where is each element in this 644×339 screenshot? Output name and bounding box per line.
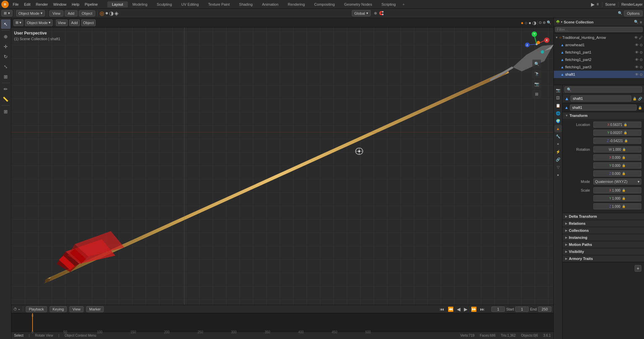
vp-wireframe-icon[interactable]: ○	[525, 20, 527, 25]
tab-scripting[interactable]: Scripting	[377, 1, 400, 7]
visibility-header[interactable]: ▶ Visibility	[562, 248, 644, 255]
arrowhead-eye[interactable]: 👁	[635, 43, 639, 47]
measure-tool[interactable]: 📏	[1, 94, 10, 104]
vp-object[interactable]: Object	[81, 19, 96, 26]
prev-keyframe-btn[interactable]: ⏪	[446, 306, 455, 313]
vp-view[interactable]: View	[56, 19, 68, 26]
tab-animation[interactable]: Animation	[257, 1, 283, 7]
collections-header[interactable]: ▶ Collections	[562, 227, 644, 234]
vp-add[interactable]: Add	[69, 19, 80, 26]
particles-btn[interactable]: ✦	[554, 140, 562, 148]
wireframe-mode[interactable]: ◎	[100, 10, 104, 16]
fletching2-restrict[interactable]: ⊙	[640, 58, 643, 62]
rotation-x-lock[interactable]: 🔒	[622, 156, 626, 159]
gizmo-center-dot[interactable]	[537, 41, 540, 44]
play-reverse-btn[interactable]: ◀	[455, 306, 462, 313]
menu-pipeline[interactable]: Pipeline	[82, 2, 101, 7]
tab-rendering[interactable]: Rendering	[283, 1, 310, 7]
outliner-item-arrowhead[interactable]: ▲ arrowhead1 👁 ⊙	[554, 41, 644, 49]
global-dropdown[interactable]: Global ▾	[352, 10, 371, 16]
vp-snap-toggle[interactable]: 🔍	[547, 20, 551, 25]
rotation-y-field[interactable]: Y 0.000 🔒	[593, 162, 641, 168]
scale-y-field[interactable]: Y 1.000 🔒	[593, 195, 641, 201]
tab-texture-paint[interactable]: Texture Paint	[204, 1, 234, 7]
delta-transform-header[interactable]: ▶ Delta Transform	[562, 213, 644, 220]
rotation-w-field[interactable]: W 1.000 🔒	[593, 146, 641, 152]
outliner-search-input[interactable]	[555, 27, 643, 32]
scale-tool[interactable]: ⤡	[1, 62, 10, 71]
tl-playback-tab[interactable]: Playback	[26, 306, 47, 312]
location-x-lock[interactable]: 🔒	[624, 123, 627, 126]
vp-gizmo-toggle[interactable]: ⊛	[543, 20, 546, 25]
view-btn[interactable]: View	[49, 10, 63, 16]
rotate-tool[interactable]: ↻	[1, 52, 10, 61]
gizmo-teal-dot[interactable]	[541, 50, 544, 54]
relations-header[interactable]: ▶ Relations	[562, 220, 644, 227]
search-btn[interactable]: 🔍	[618, 11, 623, 15]
view-layer-btn[interactable]: 📋	[554, 102, 562, 109]
collection-restrict[interactable]: 🖊	[639, 36, 643, 40]
menu-help[interactable]: Help	[69, 2, 82, 7]
data-props-btn[interactable]: ▽	[554, 163, 562, 171]
location-x-field[interactable]: X 0.56371 🔒	[593, 122, 641, 128]
rotation-mode-select[interactable]: Quaternion (WXYZ) ▾	[593, 179, 641, 185]
add-btn[interactable]: Add	[65, 10, 77, 16]
vp-material-icon[interactable]: ◑	[532, 20, 536, 25]
nav-gizmo[interactable]: X Y Z	[523, 31, 550, 58]
outliner-item-collection[interactable]: ▼ ○ Traditional_Hunting_Arrow 👁 🖊	[554, 34, 644, 41]
vp-dot-icon[interactable]: ●	[521, 20, 524, 25]
fletching1-restrict[interactable]: ⊙	[640, 50, 643, 55]
timeline-editor-dropdown[interactable]: ⏱ ▾	[13, 307, 20, 311]
rotation-w-lock[interactable]: 🔒	[622, 148, 626, 151]
tab-shading[interactable]: Shading	[234, 1, 257, 7]
solid-mode[interactable]: ●	[105, 10, 108, 16]
transform-section-header[interactable]: ▼ Transform	[562, 112, 644, 119]
object-btn[interactable]: Object	[79, 10, 96, 16]
rotation-x-field[interactable]: X 0.000 🔒	[593, 154, 641, 160]
location-y-field[interactable]: Y 0.00207 🔒	[593, 130, 641, 136]
scene-props-btn[interactable]: 🌐	[554, 110, 562, 117]
object-name-input[interactable]	[571, 95, 631, 101]
snap-toggle[interactable]: 🧲	[378, 10, 384, 16]
vp-overlay-toggle[interactable]: ⊙	[539, 20, 542, 25]
props-search-input[interactable]	[565, 86, 642, 92]
tl-view-tab[interactable]: View	[69, 306, 84, 312]
select-tool[interactable]: ↖	[1, 19, 10, 29]
constraints-btn[interactable]: 🔗	[554, 156, 562, 163]
jump-end-btn[interactable]: ⏭	[479, 306, 486, 313]
fletching1-eye[interactable]: 👁	[635, 50, 639, 54]
vp-solid-icon[interactable]: ●	[529, 20, 531, 25]
fletching3-restrict[interactable]: ⊙	[640, 65, 643, 69]
scale-z-field[interactable]: Z 1.000 🔒	[593, 203, 641, 209]
cursor-tool[interactable]: ⊕	[1, 32, 10, 41]
add-object-tool[interactable]: ⊞	[1, 107, 10, 116]
menu-file[interactable]: File	[10, 2, 21, 7]
tab-uv-editing[interactable]: UV Editing	[177, 1, 204, 7]
scale-y-lock[interactable]: 🔒	[622, 197, 626, 200]
menu-edit[interactable]: Edit	[21, 2, 33, 7]
scale-x-field[interactable]: X 1.000 🔒	[593, 187, 641, 193]
current-frame-input[interactable]: 1	[491, 307, 505, 312]
render-mode[interactable]: ◈	[114, 10, 118, 16]
location-z-field[interactable]: Z -0.54221 🔒	[593, 138, 641, 144]
timeline-cursor[interactable]	[32, 313, 33, 332]
play-btn[interactable]: ▶	[591, 2, 595, 7]
menu-render[interactable]: Render	[33, 2, 51, 7]
end-frame-input[interactable]: 250	[538, 307, 551, 312]
editor-type-dropdown[interactable]: ⊞ ▾	[1, 10, 12, 16]
tab-layout[interactable]: Layout	[107, 1, 128, 7]
output-props-btn[interactable]: 🖼	[554, 94, 562, 101]
modifier-props-btn[interactable]: 🔧	[554, 133, 562, 140]
outliner-item-shaft1[interactable]: ▲ shaft1 👁 ⊙	[554, 71, 644, 78]
collection-eye[interactable]: 👁	[634, 36, 638, 40]
tab-sculpting[interactable]: Sculpting	[152, 1, 176, 7]
tab-compositing[interactable]: Compositing	[310, 1, 339, 7]
add-trait-btn[interactable]: +	[635, 265, 641, 272]
next-keyframe-btn[interactable]: ⏩	[470, 306, 478, 313]
fletching3-eye[interactable]: 👁	[635, 65, 639, 69]
outliner-item-fletching2[interactable]: ▲ fletching1_part2 👁 ⊙	[554, 56, 644, 63]
frame-all-btn[interactable]: ⊞	[532, 90, 541, 98]
jump-start-btn[interactable]: ⏮	[438, 306, 446, 313]
physics-btn[interactable]: ⚡	[554, 148, 562, 155]
timeline-body[interactable]: 0 0 50 100 150 200 250 300 350 400 450 5…	[11, 313, 553, 332]
